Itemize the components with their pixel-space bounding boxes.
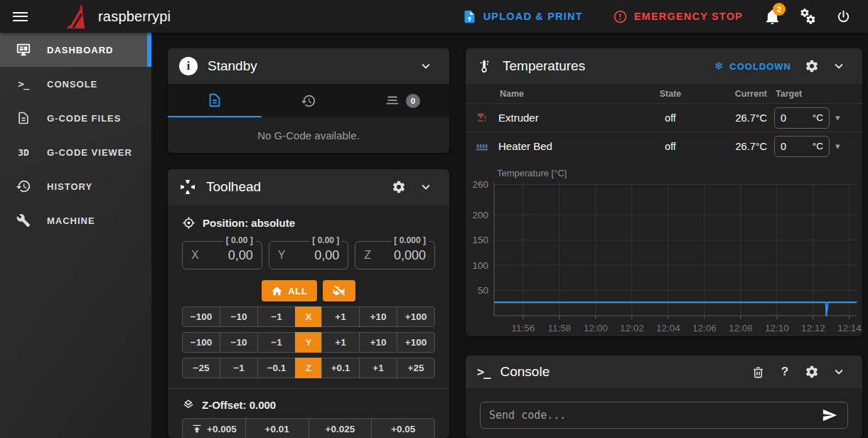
temp-row-heater-bed: Heater Bed off 26.7°C °C ▾ (466, 132, 862, 160)
send-button[interactable] (820, 406, 839, 424)
wrench-icon (15, 213, 32, 228)
jog-button[interactable]: +100 (397, 306, 435, 327)
jog-button[interactable]: −1 (257, 306, 296, 327)
svg-text:12:08: 12:08 (729, 323, 753, 333)
cooldown-button[interactable]: ❄ COOLDOWN (707, 55, 798, 77)
svg-text:12:14: 12:14 (837, 323, 862, 333)
target-dropdown-caret[interactable]: ▾ (835, 141, 840, 151)
heater-name: Extruder (498, 112, 641, 124)
status-tabs: 0 (168, 84, 449, 117)
x-position-field[interactable]: [ 0.00 ] X 0,00 (182, 241, 262, 269)
menu-icon[interactable] (0, 0, 40, 33)
jog-button[interactable]: −1 (220, 358, 258, 378)
clear-console-button[interactable] (744, 358, 771, 385)
extruder-nozzle-icon[interactable] (466, 111, 498, 125)
y-axis-label: Y (278, 249, 286, 262)
home-all-label: ALL (288, 286, 308, 297)
z-position-field[interactable]: [ 0.000 ] Z 0,000 (355, 241, 435, 269)
jog-button[interactable]: −25 (182, 358, 220, 378)
home-all-button[interactable]: ALL (262, 280, 317, 301)
jog-button[interactable]: −10 (220, 332, 258, 353)
notifications-button[interactable]: 2 (757, 1, 787, 31)
sidebar-item-console[interactable]: >_ CONSOLE (0, 67, 151, 101)
jog-button[interactable]: +10 (359, 332, 397, 353)
svg-text:Temperature [°C]: Temperature [°C] (497, 168, 567, 178)
collapse-panel-button[interactable] (412, 53, 439, 80)
heater-current: 26.7°C (700, 141, 774, 152)
dpad-icon (179, 178, 196, 196)
x-gcode-position: [ 0.00 ] (223, 235, 256, 245)
console-help-button[interactable]: ? (771, 358, 798, 385)
gear-icon (805, 59, 819, 73)
jog-button[interactable]: +10 (359, 306, 397, 327)
z-offset-button[interactable]: +0.025 (309, 418, 373, 438)
jog-button[interactable]: +1 (359, 358, 397, 378)
col-name: Name (498, 89, 641, 99)
collapse-panel-button[interactable] (412, 173, 439, 201)
chevron-down-icon (831, 364, 847, 380)
toolhead-settings-button[interactable] (385, 173, 412, 201)
sidebar-item-gcode-viewer[interactable]: 3D G-CODE VIEWER (0, 135, 151, 169)
file-document-icon (15, 111, 32, 125)
sidebar-item-label: G-CODE FILES (47, 113, 121, 124)
sidebar-item-gcode-files[interactable]: G-CODE FILES (0, 101, 151, 135)
interface-settings-button[interactable] (793, 1, 823, 31)
jog-button[interactable]: −10 (220, 306, 258, 327)
console-settings-button[interactable] (798, 358, 825, 385)
svg-text:150: 150 (472, 235, 488, 245)
z-offset-buttons: +0.005 +0.01 +0.025 +0.05 (182, 418, 435, 438)
temperatures-settings-button[interactable] (798, 53, 825, 80)
printer-hostname: raspberrypi (98, 9, 171, 25)
motors-off-button[interactable] (323, 280, 355, 301)
tab-job-queue[interactable]: 0 (355, 84, 449, 117)
x-axis-badge: X (295, 306, 322, 327)
svg-text:12:04: 12:04 (656, 323, 680, 333)
alert-circle-icon (613, 9, 628, 24)
sidebar-item-machine[interactable]: MACHINE (0, 203, 151, 237)
jog-button[interactable]: −100 (182, 306, 220, 327)
heater-bed-target-input[interactable] (781, 141, 805, 152)
z-offset-amount: +0.005 (207, 424, 237, 434)
jog-button[interactable]: +25 (397, 358, 435, 378)
z-offset-button[interactable]: +0.01 (245, 418, 309, 438)
tab-history[interactable] (262, 84, 355, 117)
collapse-panel-button[interactable] (825, 53, 852, 80)
sidebar-item-label: G-CODE VIEWER (47, 147, 132, 158)
temperature-chart[interactable]: 5010015020026011:5611:5812:0012:0212:041… (466, 160, 862, 336)
jog-button[interactable]: −0.1 (257, 358, 296, 378)
jog-button[interactable]: −100 (182, 332, 220, 353)
toolhead-title: Toolhead (206, 179, 261, 195)
emergency-stop-button[interactable]: EMERGENCY STOP (604, 4, 751, 30)
jog-button[interactable]: +100 (397, 332, 435, 353)
upload-print-button[interactable]: UPLOAD & PRINT (454, 4, 591, 30)
sidebar-item-dashboard[interactable]: DASHBOARD (0, 33, 151, 67)
history-icon (15, 178, 32, 194)
collapse-panel-button[interactable] (825, 358, 852, 385)
help-icon: ? (781, 365, 788, 379)
status-panel: i Standby (168, 48, 449, 153)
tab-gcode-files[interactable] (168, 84, 262, 117)
jog-button[interactable]: +1 (321, 306, 360, 327)
jog-button[interactable]: −1 (257, 332, 296, 353)
x-jog-row: −100 −10 −1 X +1 +10 +100 (182, 306, 435, 327)
y-position-value: 0,00 (314, 248, 339, 263)
status-empty-text: No G-Code available. (168, 117, 449, 153)
svg-text:100: 100 (472, 260, 488, 271)
monitor-dashboard-icon (15, 42, 32, 58)
sidebar-item-history[interactable]: HISTORY (0, 169, 151, 203)
heater-bed-icon[interactable] (466, 139, 498, 154)
console-prompt-icon: >_ (477, 365, 490, 379)
jog-button[interactable]: +1 (321, 332, 360, 353)
jog-button[interactable]: +0.1 (321, 358, 360, 378)
z-offset-button[interactable]: +0.05 (371, 418, 435, 438)
heater-name: Heater Bed (498, 140, 641, 152)
console-input[interactable] (489, 409, 820, 422)
y-position-field[interactable]: [ 0.00 ] Y 0,00 (269, 241, 349, 269)
history-icon (301, 93, 316, 109)
power-button[interactable] (828, 1, 858, 31)
z-offset-up-button[interactable]: +0.005 (182, 418, 246, 438)
extruder-target-input[interactable] (781, 112, 805, 124)
target-dropdown-caret[interactable]: ▾ (835, 112, 840, 123)
col-state: State (641, 89, 700, 99)
svg-text:12:02: 12:02 (620, 323, 644, 333)
